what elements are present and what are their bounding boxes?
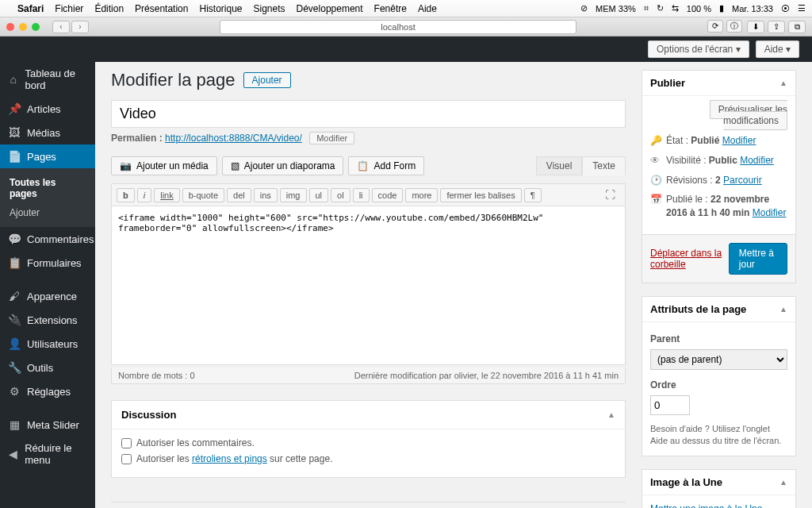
qt-close[interactable]: fermer les balises (440, 188, 521, 202)
browse-revisions-link[interactable]: Parcourir (723, 175, 762, 186)
page-icon: 📄 (8, 150, 21, 163)
add-media-button[interactable]: 📷Ajouter un média (111, 156, 217, 175)
word-count: Nombre de mots : 0 (118, 371, 195, 380)
sidebar-comments[interactable]: 💬Commentaires (0, 227, 95, 251)
qt-del[interactable]: del (227, 188, 251, 202)
qt-ins[interactable]: ins (254, 188, 278, 202)
key-icon: 🔑 (650, 134, 661, 148)
trash-link[interactable]: Déplacer dans la corbeille (650, 248, 729, 270)
permalink-link[interactable]: http://localhost:8888/CMA/video/ (165, 133, 302, 144)
mac-menu-view[interactable]: Présentation (135, 3, 188, 14)
allow-comments-checkbox[interactable] (121, 438, 132, 448)
sidebar-plugins[interactable]: 🔌Extensions (0, 308, 95, 332)
download-button[interactable]: ⬇ (747, 21, 764, 33)
content-textarea[interactable]: <iframe width="1000" height="600" src="h… (111, 206, 626, 365)
window-zoom-icon[interactable] (32, 23, 40, 31)
help-button[interactable]: Aide ▾ (756, 40, 799, 58)
sidebar-posts[interactable]: 📌Articles (0, 97, 95, 121)
mac-menu-file[interactable]: Fichier (55, 3, 83, 14)
qt-bquote[interactable]: b-quote (182, 188, 224, 202)
add-slider-button[interactable]: ▧Ajouter un diaporama (222, 156, 344, 175)
qt-ol[interactable]: ol (331, 188, 350, 202)
screen-options-button[interactable]: Options de l'écran ▾ (648, 40, 749, 58)
update-button[interactable]: Mettre à jour (729, 243, 787, 275)
toggle-icon[interactable]: ▲ (607, 410, 615, 419)
forward-button[interactable]: › (71, 21, 89, 33)
camera-icon: 📷 (120, 160, 132, 171)
sidebar-pages-add[interactable]: Ajouter (0, 203, 95, 222)
set-featured-link[interactable]: Mettre une image à la Une (650, 503, 762, 508)
menu-icon[interactable]: ☰ (798, 3, 806, 13)
permalink-edit-button[interactable]: Modifier (309, 132, 354, 144)
sidebar-tools[interactable]: 🔧Outils (0, 356, 95, 379)
sidebar-metaslider[interactable]: ▦Meta Slider (0, 413, 95, 437)
gear-icon: ⚙ (8, 385, 21, 398)
tab-visual[interactable]: Visuel (536, 156, 582, 175)
mac-app-name[interactable]: Safari (17, 3, 44, 14)
toggle-icon[interactable]: ▲ (779, 478, 787, 487)
title-input[interactable] (111, 100, 626, 128)
edit-visibility-link[interactable]: Modifier (740, 155, 774, 166)
toggle-icon[interactable]: ▲ (779, 79, 787, 87)
tabs-button[interactable]: ⧉ (788, 21, 806, 33)
qt-bold[interactable]: b (117, 188, 135, 202)
mac-menu-history[interactable]: Historique (199, 3, 242, 14)
attrs-help: Besoin d'aide ? Utilisez l'onglet Aide a… (650, 423, 787, 448)
last-edit: Dernière modification par olivier, le 22… (354, 371, 619, 380)
qt-li[interactable]: li (353, 188, 370, 202)
tab-text[interactable]: Texte (582, 156, 626, 175)
window-close-icon[interactable] (6, 23, 14, 31)
featured-image-panel: Image à la Une▲ Mettre une image à la Un… (642, 469, 796, 508)
qt-img[interactable]: img (280, 188, 307, 202)
form-icon: 📋 (8, 256, 21, 269)
publish-panel: Publier▲ Prévisualiser les modifications… (642, 70, 796, 283)
mac-menu-edit[interactable]: Édition (94, 3, 124, 14)
allow-pings-checkbox[interactable] (121, 454, 132, 464)
preview-button[interactable]: Prévisualiser les modifications (710, 100, 787, 130)
fullscreen-icon[interactable]: ⛶ (600, 187, 620, 202)
sidebar-forms[interactable]: 📋Formulaires (0, 251, 95, 275)
reload-button[interactable]: ⟳ (707, 20, 723, 33)
order-label: Ordre (650, 379, 787, 391)
featured-title: Image à la Une (650, 476, 722, 488)
sidebar-collapse[interactable]: ◀Réduire le menu (0, 437, 95, 471)
qt-more[interactable]: more (405, 188, 438, 202)
disk-icon: ⊘ (580, 3, 588, 13)
discussion-box: Discussion ▲ Autoriser les commentaires.… (111, 400, 626, 478)
sidebar-media[interactable]: 🖼Médias (0, 121, 95, 144)
qt-para[interactable]: ¶ (524, 188, 542, 202)
sidebar-users[interactable]: 👤Utilisateurs (0, 332, 95, 356)
browser-toolbar: ‹ › localhost ⟳ ⓘ ⬇ ⇪ ⧉ (0, 17, 812, 37)
sidebar-pages[interactable]: 📄Pages (0, 144, 95, 168)
pings-link[interactable]: rétroliens et pings (192, 453, 267, 464)
mac-menu-develop[interactable]: Développement (297, 3, 363, 14)
qt-ul[interactable]: ul (309, 188, 329, 202)
edit-date-link[interactable]: Modifier (753, 207, 787, 218)
pin-icon: 📌 (8, 102, 21, 115)
sidebar-settings[interactable]: ⚙Réglages (0, 379, 95, 403)
reader-button[interactable]: ⓘ (726, 20, 742, 33)
comment-icon: 💬 (8, 233, 21, 245)
allow-pings-row[interactable]: Autoriser les rétroliens et pings sur ce… (121, 453, 615, 464)
sidebar-dashboard[interactable]: ⌂Tableau de bord (0, 62, 95, 97)
edit-state-link[interactable]: Modifier (722, 135, 756, 146)
search-icon[interactable]: ⦿ (781, 4, 790, 13)
order-input[interactable] (650, 395, 690, 415)
add-new-button[interactable]: Ajouter (243, 72, 291, 88)
mac-menu-help[interactable]: Aide (418, 3, 437, 14)
mac-menu-window[interactable]: Fenêtre (374, 3, 407, 14)
parent-select[interactable]: (pas de parent) (650, 349, 787, 370)
allow-comments-row[interactable]: Autoriser les commentaires. (121, 437, 615, 448)
toggle-icon[interactable]: ▲ (779, 305, 787, 314)
qt-link[interactable]: link (154, 188, 180, 202)
qt-code[interactable]: code (372, 188, 404, 202)
mac-menu-bookmarks[interactable]: Signets (254, 3, 285, 14)
window-minimize-icon[interactable] (19, 23, 27, 31)
add-form-button[interactable]: 📋Add Form (348, 156, 424, 175)
share-button[interactable]: ⇪ (768, 21, 785, 33)
address-bar[interactable]: localhost (220, 20, 576, 34)
sidebar-appearance[interactable]: 🖌Apparence (0, 284, 95, 308)
back-button[interactable]: ‹ (52, 21, 70, 33)
qt-italic[interactable]: i (137, 188, 151, 202)
sidebar-pages-all[interactable]: Toutes les pages (0, 173, 95, 203)
